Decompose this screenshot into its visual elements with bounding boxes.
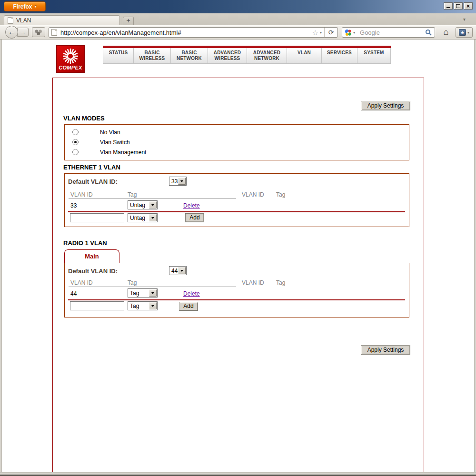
url-input[interactable]: http://compex-ap/en/vlanManagement.html#	[60, 29, 312, 36]
apply-settings-button-top[interactable]: Apply Settings	[361, 101, 410, 110]
home-icon: ⌂	[444, 27, 449, 37]
back-button[interactable]: ←	[5, 26, 18, 39]
page-content: COMPEX STATUS BASIC WIRELESS BASIC NETWO…	[2, 40, 474, 472]
vlan-id-input[interactable]	[70, 213, 124, 222]
nav-item-basic-network[interactable]: BASIC NETWORK	[171, 48, 208, 63]
bookmarks-icon: ★	[459, 29, 466, 36]
minimize-button[interactable]	[444, 2, 453, 10]
vlan-id-cell: 44	[70, 290, 77, 297]
title-bar: Firefox ▾ ×	[0, 0, 476, 13]
col-vlan-id: VLAN ID	[70, 191, 93, 198]
nav-items: STATUS BASIC WIRELESS BASIC NETWORK ADVA…	[103, 48, 391, 64]
row-divider	[68, 299, 405, 300]
radio-vlan-switch[interactable]	[72, 139, 79, 145]
dropdown-arrow-icon[interactable]	[149, 302, 157, 309]
url-bar[interactable]: http://compex-ap/en/vlanManagement.html#…	[49, 27, 338, 38]
vlan-id-input[interactable]	[70, 301, 124, 310]
list-all-tabs-icon[interactable]: ▾	[463, 17, 466, 22]
col-vlan-id-2: VLAN ID	[242, 191, 264, 198]
search-icon[interactable]	[425, 29, 432, 36]
bookmark-star-icon[interactable]: ☆	[312, 29, 318, 36]
radio-vlan-management[interactable]	[72, 149, 79, 155]
tag-select[interactable]: Untag	[128, 200, 158, 209]
radio-no-vlan[interactable]	[72, 129, 79, 135]
apply-settings-button-bottom[interactable]: Apply Settings	[361, 345, 410, 355]
home-button[interactable]: ⌂	[439, 27, 453, 38]
tab-vlan[interactable]: VLAN	[4, 15, 120, 25]
tab-title: VLAN	[16, 17, 31, 24]
maximize-button[interactable]	[454, 2, 463, 10]
bookmarks-menu-button[interactable]: ★ ▾	[456, 27, 473, 38]
tag-select[interactable]: Tag	[128, 288, 158, 298]
select-value: 33	[169, 178, 178, 185]
col-vlan-id-2: VLAN ID	[242, 279, 264, 286]
radio-label: Vlan Switch	[100, 139, 130, 146]
firefox-menu-button[interactable]: Firefox ▾	[4, 1, 46, 11]
minimize-icon	[446, 7, 450, 8]
tag-select-new[interactable]: Untag	[128, 213, 158, 222]
nav-item-advanced-network[interactable]: ADVANCED NETWORK	[247, 48, 287, 63]
content-frame: Apply Settings VLAN MODES No Vlan Vlan S…	[52, 78, 424, 472]
tab-main[interactable]: Main	[64, 249, 119, 263]
tab-bar: VLAN + ▾	[0, 13, 476, 25]
dropdown-arrow-icon[interactable]	[149, 201, 157, 208]
tab-groups-button[interactable]	[32, 27, 45, 37]
forward-button[interactable]: →	[17, 28, 29, 37]
dropdown-arrow-icon[interactable]	[149, 289, 157, 297]
nav-item-status[interactable]: STATUS	[103, 48, 134, 63]
window-border-right	[474, 40, 476, 476]
chevron-down-icon: ▾	[467, 30, 469, 35]
close-button[interactable]: ×	[464, 2, 473, 10]
ethernet1-box: Default VLAN ID: 33 VLAN ID Tag VLAN ID …	[64, 173, 409, 227]
back-icon: ←	[8, 28, 15, 36]
header-underline	[69, 287, 236, 287]
logo-text: COMPEX	[59, 65, 82, 70]
chevron-down-icon[interactable]: ▾	[353, 30, 355, 35]
search-box[interactable]: ▾ Google	[342, 27, 435, 38]
col-tag: Tag	[128, 279, 137, 286]
google-icon	[345, 29, 352, 36]
radio1-box: Default VLAN ID: 44 VLAN ID Tag VLAN ID …	[64, 263, 409, 317]
select-value: 44	[169, 268, 178, 274]
vlan-mode-option: Vlan Management	[65, 149, 409, 156]
default-vlan-select[interactable]: 44	[169, 266, 187, 275]
delete-link[interactable]: Delete	[183, 290, 200, 297]
dropdown-arrow-icon[interactable]	[178, 267, 186, 274]
nav-item-basic-wireless[interactable]: BASIC WIRELESS	[134, 48, 171, 63]
radio1-heading: RADIO 1 VLAN	[63, 239, 107, 247]
add-button[interactable]: Add	[185, 213, 204, 222]
chevron-down-icon[interactable]: ▾	[320, 30, 322, 35]
delete-link[interactable]: Delete	[183, 202, 200, 209]
vlan-id-cell: 33	[70, 202, 77, 209]
nav-item-vlan[interactable]: VLAN	[287, 48, 322, 63]
col-tag-2: Tag	[276, 191, 285, 198]
search-input[interactable]: Google	[360, 29, 425, 36]
vlan-modes-box: No Vlan Vlan Switch Vlan Management	[64, 124, 409, 160]
col-vlan-id: VLAN ID	[70, 279, 93, 286]
default-vlan-select[interactable]: 33	[169, 177, 187, 186]
default-vlan-label: Default VLAN ID:	[68, 268, 118, 275]
dropdown-arrow-icon[interactable]	[178, 178, 186, 185]
dropdown-arrow-icon[interactable]	[149, 214, 157, 221]
header-underline	[69, 198, 236, 199]
select-value: Tag	[128, 290, 149, 297]
vlan-mode-option: Vlan Switch	[65, 139, 409, 146]
reload-button[interactable]: ⟳	[325, 29, 337, 36]
vlan-modes-heading: VLAN MODES	[63, 115, 105, 122]
add-button[interactable]: Add	[179, 302, 198, 311]
vlan-mode-option: No Vlan	[65, 129, 409, 136]
main-navigation: STATUS BASIC WIRELESS BASIC NETWORK ADVA…	[103, 46, 391, 64]
window-controls: ×	[444, 2, 473, 10]
forward-icon: →	[20, 29, 26, 36]
site-identity-icon	[51, 29, 57, 36]
page-icon	[8, 17, 13, 24]
col-tag-2: Tag	[276, 279, 285, 286]
tag-select-new[interactable]: Tag	[128, 301, 158, 310]
maximize-icon	[456, 4, 460, 8]
nav-item-advanced-wireless[interactable]: ADVANCED WIRELESS	[208, 48, 247, 63]
nav-item-system[interactable]: SYSTEM	[357, 48, 391, 63]
new-tab-button[interactable]: +	[123, 17, 134, 25]
select-value: Untag	[128, 202, 149, 208]
ethernet1-heading: ETHERNET 1 VLAN	[63, 164, 120, 171]
nav-item-services[interactable]: SERVICES	[322, 48, 357, 63]
